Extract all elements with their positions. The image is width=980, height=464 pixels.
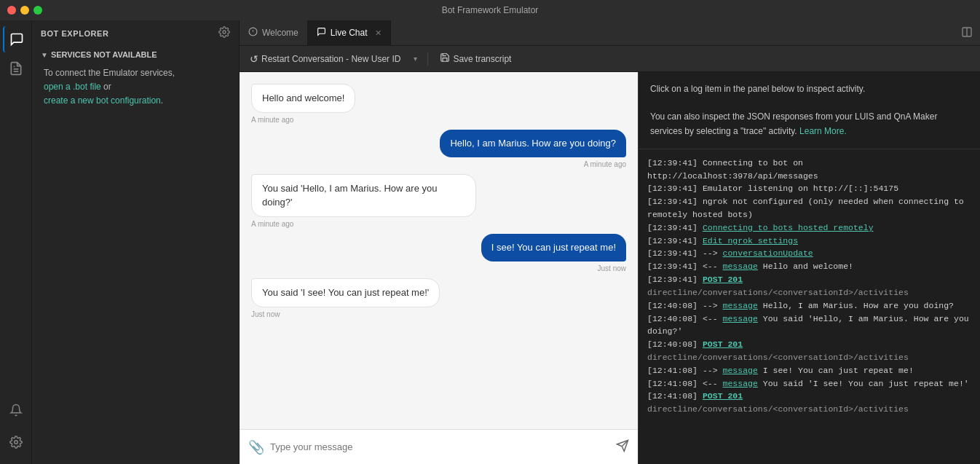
- sidebar-icon-settings[interactable]: [3, 429, 29, 455]
- inspector-info-text-1: Click on a log item in the panel below t…: [650, 82, 968, 96]
- create-bot-config-link[interactable]: create a new bot configuration: [44, 95, 161, 106]
- user-message-bubble: I see! You can just repeat me!: [481, 234, 626, 262]
- message-row: You said 'Hello, I am Marius. How are yo…: [251, 174, 626, 227]
- log-message-link[interactable]: message: [723, 301, 758, 310]
- bot-explorer-panel: BOT EXPLORER ▼ SERVICES NOT AVAILABLE To…: [32, 20, 240, 464]
- toolbar-separator: [427, 52, 428, 66]
- inspector-log: [12:39:41] Connecting to bot on http://l…: [639, 149, 980, 464]
- log-post-link[interactable]: POST 201: [703, 275, 743, 284]
- log-line: [12:41:08] <-- message You said 'I see! …: [647, 377, 971, 390]
- services-body: To connect the Emulator services, open a…: [41, 66, 230, 109]
- sidebar-icon-bell[interactable]: [3, 397, 29, 423]
- log-line: directline/conversations/<conversationId…: [647, 403, 971, 416]
- learn-more-link[interactable]: Learn More.: [799, 126, 847, 136]
- split-view-button[interactable]: [954, 26, 980, 40]
- bot-explorer-gear-button[interactable]: [218, 26, 230, 40]
- bot-message-bubble: You said 'I see! You can just repeat me!…: [251, 278, 440, 307]
- inspector-info-text-2: You can also inspect the JSON responses …: [650, 110, 968, 138]
- sidebar-bottom: [3, 397, 29, 464]
- maximize-button[interactable]: [33, 6, 42, 15]
- live-chat-tab-close-button[interactable]: ✕: [375, 28, 382, 38]
- app-body: BOT EXPLORER ▼ SERVICES NOT AVAILABLE To…: [0, 20, 980, 464]
- message-time: A minute ago: [251, 220, 293, 228]
- user-message-bubble: Hello, I am Marius. How are you doing?: [440, 130, 626, 157]
- restart-icon: ↺: [250, 53, 258, 65]
- log-link[interactable]: Connecting to bots hosted remotely: [703, 223, 874, 232]
- message-time: Just now: [598, 264, 626, 272]
- window-controls[interactable]: [7, 6, 42, 15]
- inspector-panel: Click on a log item in the panel below t…: [638, 72, 980, 464]
- log-line: [12:39:41] Edit ngrok settings: [647, 235, 971, 248]
- log-line: [12:39:41] <-- message Hello and welcome…: [647, 260, 971, 273]
- chat-messages: Hello and welcome!A minute agoHello, I a…: [240, 72, 638, 429]
- main-content: Welcome Live Chat ✕ ↺: [240, 20, 980, 464]
- bot-explorer-header: BOT EXPLORER: [32, 20, 239, 46]
- log-message-link[interactable]: message: [723, 314, 758, 323]
- log-message-link[interactable]: conversationUpdate: [723, 248, 813, 258]
- bot-explorer-title: BOT EXPLORER: [41, 29, 108, 38]
- log-line: [12:39:41] Connecting to bot on http://l…: [647, 157, 971, 183]
- log-message-link[interactable]: message: [723, 379, 758, 388]
- log-link[interactable]: Edit ngrok settings: [703, 236, 798, 245]
- window-title: Bot Framework Emulator: [442, 5, 539, 15]
- open-bot-file-link[interactable]: open a .bot file: [44, 82, 101, 92]
- services-title: SERVICES NOT AVAILABLE: [51, 50, 157, 59]
- log-line: [12:40:08] --> message Hello, I am Mariu…: [647, 299, 971, 312]
- attach-button[interactable]: 📎: [248, 439, 264, 455]
- log-line: [12:39:41] POST 201: [647, 273, 971, 286]
- live-chat-tab-icon: [317, 27, 326, 39]
- log-line: [12:39:41] Connecting to bots hosted rem…: [647, 221, 971, 235]
- restart-dropdown-button[interactable]: ▾: [411, 53, 420, 64]
- message-time: A minute ago: [251, 116, 293, 124]
- save-transcript-button[interactable]: Save transcript: [435, 51, 515, 66]
- welcome-tab-label: Welcome: [262, 28, 299, 38]
- message-row: I see! You can just repeat me!Just now: [251, 234, 626, 272]
- restart-conversation-button[interactable]: ↺ Restart Conversation - New User ID: [245, 52, 405, 66]
- log-line: directline/conversations/<conversationId…: [647, 286, 971, 299]
- log-line: [12:41:08] --> message I see! You can ju…: [647, 364, 971, 377]
- restart-label: Restart Conversation - New User ID: [261, 54, 400, 64]
- log-line: [12:39:41] Emulator listening on http://…: [647, 182, 971, 195]
- message-row: Hello and welcome!A minute ago: [251, 84, 626, 124]
- toolbar: ↺ Restart Conversation - New User ID ▾ S…: [240, 46, 980, 72]
- sidebar-icon-document[interactable]: [3, 55, 29, 82]
- tab-bar: Welcome Live Chat ✕: [240, 20, 980, 46]
- save-transcript-label: Save transcript: [453, 54, 511, 64]
- log-line: [12:39:41] ngrok not configured (only ne…: [647, 195, 971, 221]
- chat-input-area: 📎: [240, 429, 638, 464]
- message-time: Just now: [251, 310, 280, 318]
- chat-input[interactable]: [270, 441, 610, 452]
- dropdown-arrow-icon: ▾: [414, 55, 417, 63]
- log-line: directline/conversations/<conversationId…: [647, 351, 971, 364]
- message-time: A minute ago: [584, 160, 626, 168]
- welcome-tab[interactable]: Welcome: [240, 20, 308, 46]
- log-line: [12:39:41] --> conversationUpdate: [647, 247, 971, 260]
- log-line: [12:40:08] POST 201: [647, 338, 971, 351]
- welcome-tab-icon: [248, 27, 258, 39]
- log-line: [12:41:08] POST 201: [647, 390, 971, 403]
- log-post-link[interactable]: POST 201: [703, 391, 743, 401]
- save-icon: [440, 52, 450, 65]
- log-post-link[interactable]: POST 201: [703, 339, 743, 349]
- message-row: You said 'I see! You can just repeat me!…: [251, 278, 626, 318]
- send-button[interactable]: [616, 439, 629, 455]
- svg-point-3: [223, 31, 226, 34]
- sidebar: [0, 20, 32, 464]
- bot-message-bubble: You said 'Hello, I am Marius. How are yo…: [251, 174, 476, 216]
- live-chat-tab[interactable]: Live Chat ✕: [308, 20, 391, 46]
- message-row: Hello, I am Marius. How are you doing?A …: [251, 130, 626, 168]
- log-line: [12:40:08] <-- message You said 'Hello, …: [647, 312, 971, 339]
- chat-area: Hello and welcome!A minute agoHello, I a…: [240, 72, 638, 464]
- services-header: ▼ SERVICES NOT AVAILABLE: [41, 50, 230, 59]
- minimize-button[interactable]: [20, 6, 29, 15]
- log-message-link[interactable]: message: [723, 366, 758, 375]
- live-chat-tab-label: Live Chat: [331, 28, 368, 38]
- services-text-1: To connect the Emulator services,: [44, 68, 175, 78]
- close-button[interactable]: [7, 6, 16, 15]
- log-message-link[interactable]: message: [723, 262, 758, 271]
- bot-message-bubble: Hello and welcome!: [251, 84, 355, 113]
- titlebar: Bot Framework Emulator: [0, 0, 980, 20]
- content-split: Hello and welcome!A minute agoHello, I a…: [240, 72, 980, 464]
- sidebar-icon-chat[interactable]: [3, 26, 29, 52]
- services-period: .: [161, 95, 163, 106]
